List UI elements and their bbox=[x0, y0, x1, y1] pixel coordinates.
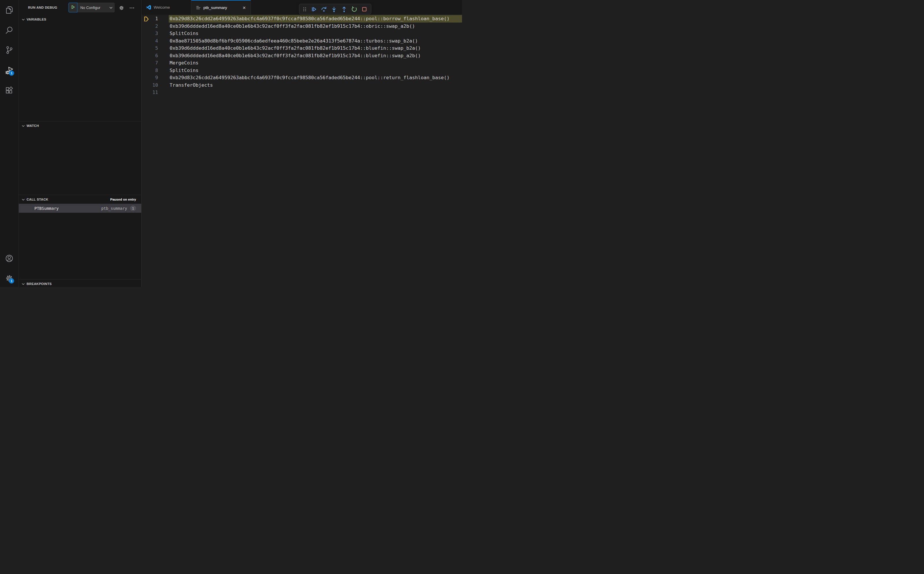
activity-search[interactable] bbox=[0, 22, 19, 38]
step-out-button[interactable] bbox=[340, 5, 349, 14]
call-stack-pane: CALL STACK Paused on entry PTBSummary pt… bbox=[19, 195, 141, 279]
section-label: BREAKPOINTS bbox=[27, 282, 52, 285]
activity-source-control[interactable] bbox=[0, 43, 19, 58]
code-line-4[interactable]: 40x8ae871505a80d8bf6bf9c05906cda6edfeea4… bbox=[142, 37, 462, 45]
code-text: 0xb29d83c26cdd2a64959263abbcfc4a6937f0c9… bbox=[169, 15, 462, 22]
account-icon bbox=[5, 254, 14, 263]
chevron-down-icon bbox=[21, 197, 25, 202]
restart-icon bbox=[351, 6, 357, 13]
frame-name: PTBSummary bbox=[35, 206, 59, 211]
run-and-debug-sidebar: RUN AND DEBUG No Configur bbox=[19, 0, 142, 287]
code-line-10[interactable]: 10TransferObjects bbox=[142, 82, 462, 89]
debug-toolbar bbox=[299, 4, 371, 14]
code-text: SplitCoins bbox=[169, 30, 462, 37]
breakpoints-section-header[interactable]: BREAKPOINTS bbox=[19, 279, 141, 287]
paused-status-badge: Paused on entry bbox=[110, 198, 136, 201]
step-into-icon bbox=[331, 6, 337, 13]
code-line-6[interactable]: 60xb39d6dddedd16ed8a40ce0b1e6b43c92acf0f… bbox=[142, 52, 462, 60]
call-stack-section-header[interactable]: CALL STACK Paused on entry bbox=[19, 195, 141, 204]
editor-area: Welcome ptb_summary ✕ 10xb29d83c26cdd2a6… bbox=[142, 0, 462, 287]
code-lines: 10xb29d83c26cdd2a64959263abbcfc4a6937f0c… bbox=[142, 15, 462, 96]
code-line-2[interactable]: 20xb39d6dddedd16ed8a40ce0b1e6b43c92acf0f… bbox=[142, 22, 462, 30]
current-stack-frame-arrow-icon bbox=[143, 16, 149, 21]
line-number: 8 bbox=[142, 68, 158, 73]
more-actions-icon[interactable] bbox=[128, 4, 136, 11]
code-text: 0xb39d6dddedd16ed8a40ce0b1e6b43c92acf0ff… bbox=[169, 52, 462, 60]
line-number: 7 bbox=[142, 60, 158, 66]
tab-label: Welcome bbox=[154, 5, 170, 9]
step-out-icon bbox=[341, 6, 347, 13]
code-text: 0xb39d6dddedd16ed8a40ce0b1e6b43c92acf0ff… bbox=[169, 22, 462, 30]
drag-handle-icon bbox=[302, 6, 308, 13]
source-control-icon bbox=[5, 46, 14, 54]
watch-pane: WATCH bbox=[19, 121, 141, 195]
code-line-11[interactable]: 11 bbox=[142, 89, 462, 96]
call-stack-frame[interactable]: PTBSummary ptb_summary 1 bbox=[19, 204, 141, 213]
frame-count-badge: 1 bbox=[130, 205, 136, 211]
continue-button[interactable] bbox=[309, 5, 318, 14]
extensions-icon bbox=[5, 86, 14, 95]
activity-settings[interactable]: 1 bbox=[0, 271, 19, 286]
chevron-down-icon bbox=[21, 17, 25, 22]
step-into-button[interactable] bbox=[329, 5, 338, 14]
chevron-down-icon bbox=[21, 124, 25, 128]
code-line-1[interactable]: 10xb29d83c26cdd2a64959263abbcfc4a6937f0c… bbox=[142, 15, 462, 22]
vscode-logo-icon bbox=[146, 5, 151, 10]
debug-config-value: No Configur bbox=[80, 5, 100, 10]
line-number: 9 bbox=[142, 75, 158, 80]
sidebar-title: RUN AND DEBUG bbox=[28, 6, 57, 9]
debug-config-dropdown[interactable]: No Configur bbox=[77, 3, 115, 13]
drag-handle-button[interactable] bbox=[301, 5, 308, 14]
code-text: SplitCoins bbox=[169, 67, 462, 74]
start-debugging-button[interactable] bbox=[68, 3, 77, 13]
frame-source: ptb_summary bbox=[101, 206, 127, 211]
code-text: 0x8ae871505a80d8bf6bf9c05906cda6edfeea46… bbox=[169, 37, 462, 45]
activity-explorer[interactable] bbox=[0, 2, 19, 17]
chevron-down-icon bbox=[109, 6, 113, 9]
stop-icon bbox=[361, 6, 368, 13]
sidebar-header: RUN AND DEBUG No Configur bbox=[19, 0, 141, 15]
restart-button[interactable] bbox=[349, 5, 359, 14]
tab-welcome[interactable]: Welcome bbox=[142, 0, 191, 15]
file-list-icon bbox=[196, 5, 201, 10]
continue-icon bbox=[311, 6, 317, 13]
code-editor[interactable]: 10xb29d83c26cdd2a64959263abbcfc4a6937f0c… bbox=[142, 15, 462, 287]
line-number: 6 bbox=[142, 53, 158, 58]
step-over-button[interactable] bbox=[319, 5, 329, 14]
activity-accounts[interactable] bbox=[0, 251, 19, 266]
breakpoints-pane: BREAKPOINTS bbox=[19, 279, 141, 287]
step-over-icon bbox=[321, 6, 327, 13]
chevron-down-icon bbox=[21, 282, 25, 286]
code-text bbox=[169, 89, 462, 96]
line-number: 5 bbox=[142, 46, 158, 51]
section-label: WATCH bbox=[27, 124, 39, 128]
activity-bar: 11 bbox=[0, 0, 19, 287]
close-icon[interactable]: ✕ bbox=[242, 6, 246, 10]
code-line-9[interactable]: 90xb29d83c26cdd2a64959263abbcfc4a6937f0c… bbox=[142, 74, 462, 82]
activity-badge: 1 bbox=[9, 71, 14, 76]
tab-label: ptb_summary bbox=[203, 5, 227, 10]
stop-button[interactable] bbox=[360, 5, 369, 14]
play-icon bbox=[71, 5, 76, 10]
section-label: CALL STACK bbox=[27, 198, 48, 201]
activity-run-and-debug[interactable]: 1 bbox=[0, 63, 19, 78]
debug-gear-icon[interactable] bbox=[117, 4, 125, 11]
variables-section-header[interactable]: VARIABLES bbox=[19, 15, 141, 24]
files-icon bbox=[5, 5, 14, 14]
code-line-5[interactable]: 50xb39d6dddedd16ed8a40ce0b1e6b43c92acf0f… bbox=[142, 44, 462, 52]
code-line-7[interactable]: 7MergeCoins bbox=[142, 59, 462, 67]
code-text: TransferObjects bbox=[169, 82, 462, 89]
watch-section-header[interactable]: WATCH bbox=[19, 121, 141, 130]
line-number: 2 bbox=[142, 24, 158, 29]
line-number: 3 bbox=[142, 31, 158, 36]
section-label: VARIABLES bbox=[27, 17, 46, 21]
code-line-3[interactable]: 3SplitCoins bbox=[142, 30, 462, 37]
run-control: No Configur bbox=[68, 3, 115, 13]
tab-ptb-summary[interactable]: ptb_summary ✕ bbox=[191, 0, 251, 15]
line-number: 4 bbox=[142, 38, 158, 44]
code-text: 0xb29d83c26cdd2a64959263abbcfc4a6937f0c9… bbox=[169, 74, 462, 82]
variables-pane: VARIABLES bbox=[19, 15, 141, 121]
line-number: 11 bbox=[142, 90, 158, 95]
code-line-8[interactable]: 8SplitCoins bbox=[142, 67, 462, 74]
activity-extensions[interactable] bbox=[0, 83, 19, 98]
